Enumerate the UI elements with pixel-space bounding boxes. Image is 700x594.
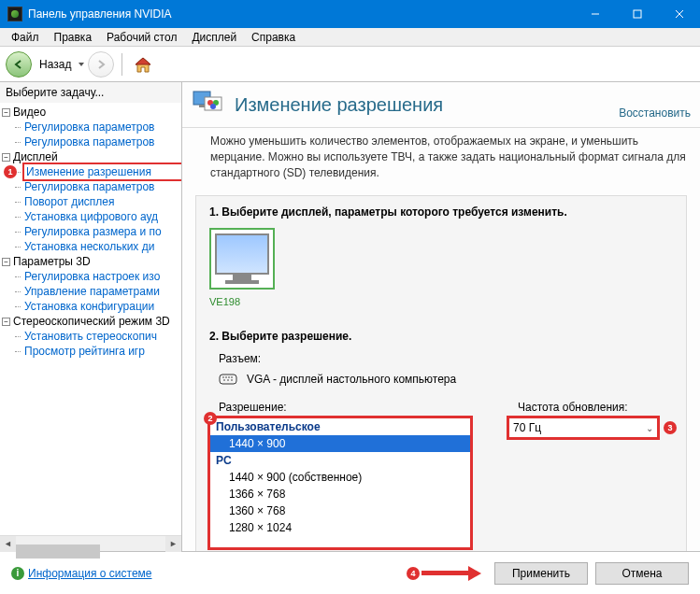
svg-point-14	[231, 377, 233, 379]
connector-label: Разъем:	[219, 352, 673, 365]
vga-icon	[219, 374, 237, 385]
tree-category[interactable]: −Параметры 3D	[2, 254, 179, 269]
tree-item[interactable]: Установка конфигурации	[2, 299, 179, 314]
listbox-item[interactable]: 1360 × 768	[210, 502, 470, 519]
page-description: Можно уменьшить количество элементов, от…	[182, 128, 700, 190]
home-button[interactable]	[130, 51, 156, 78]
forward-button[interactable]	[88, 51, 114, 78]
toolbar-separator	[121, 53, 122, 76]
tree-item[interactable]: 1Изменение разрешения	[2, 164, 179, 179]
svg-rect-1	[634, 10, 641, 18]
sidebar-scrollbar[interactable]: ◄►	[0, 535, 181, 551]
tree-item[interactable]: Регулировка настроек изо	[2, 269, 179, 284]
listbox-item[interactable]: 1366 × 768	[210, 486, 470, 502]
refresh-dropdown[interactable]: 70 Гц ⌄	[508, 417, 658, 438]
svg-point-15	[223, 380, 225, 382]
svg-point-12	[225, 377, 227, 379]
page-title: Изменение разрешения	[235, 94, 619, 116]
svg-point-17	[231, 380, 233, 382]
svg-point-13	[228, 377, 230, 379]
step2-title: 2. Выберите разрешение.	[209, 330, 673, 343]
window-title: Панель управления NVIDIA	[28, 7, 574, 21]
display-name: VE198	[209, 296, 673, 307]
task-tree[interactable]: −ВидеоРегулировка параметровРегулировка …	[0, 103, 181, 535]
svg-point-16	[227, 380, 229, 382]
step1-title: 1. Выберите дисплей, параметры которого …	[209, 205, 673, 219]
back-button[interactable]	[6, 51, 32, 78]
tree-item[interactable]: Регулировка параметров	[2, 134, 179, 149]
menu-display[interactable]: Дисплей	[184, 29, 244, 46]
listbox-group: PC	[210, 452, 470, 469]
listbox-item[interactable]: 1440 × 900 (собственное)	[210, 469, 470, 486]
back-label: Назад	[39, 58, 71, 71]
menu-file[interactable]: Файл	[4, 29, 47, 46]
refresh-value: 70 Гц	[513, 421, 541, 434]
tree-item[interactable]: Установка нескольких ди	[2, 239, 179, 254]
system-info-link[interactable]: i Информация о системе	[11, 567, 151, 580]
minimize-button[interactable]	[574, 0, 616, 28]
resolution-label: Разрешение:	[219, 401, 471, 414]
page-icon	[192, 88, 225, 121]
maximize-button[interactable]	[616, 0, 658, 28]
cancel-button[interactable]: Отмена	[595, 562, 689, 585]
restore-link[interactable]: Восстановить	[619, 106, 691, 121]
svg-rect-10	[220, 375, 236, 384]
nav-toolbar: Назад	[0, 47, 700, 82]
callout-3: 3	[664, 421, 677, 434]
tree-category[interactable]: −Стереоскопический режим 3D	[2, 314, 179, 329]
app-icon	[7, 7, 22, 21]
tree-item[interactable]: Регулировка параметров	[2, 179, 179, 194]
tree-category[interactable]: −Дисплей	[2, 149, 179, 164]
resolution-listbox[interactable]: Пользовательское1440 × 900PC1440 × 900 (…	[209, 417, 471, 548]
menu-desktop[interactable]: Рабочий стол	[99, 29, 184, 46]
tree-item[interactable]: Регулировка размера и по	[2, 224, 179, 239]
tree-category[interactable]: −Видео	[2, 105, 179, 120]
tree-item[interactable]: Установка цифрового ауд	[2, 209, 179, 224]
listbox-group: Пользовательское	[210, 418, 470, 435]
tree-item[interactable]: Управление параметрами	[2, 284, 179, 299]
tree-item[interactable]: Установить стереоскопич	[2, 329, 179, 344]
menu-help[interactable]: Справка	[244, 29, 303, 46]
menu-bar: Файл Правка Рабочий стол Дисплей Справка	[0, 28, 700, 47]
task-sidebar: Выберите задачу... −ВидеоРегулировка пар…	[0, 82, 182, 551]
chevron-down-icon: ⌄	[646, 423, 653, 433]
tree-item[interactable]: Регулировка параметров	[2, 120, 179, 134]
listbox-item[interactable]: 1280 × 1024	[210, 519, 470, 536]
refresh-label: Частота обновления:	[518, 401, 677, 414]
info-icon: i	[11, 567, 24, 580]
content-pane: Изменение разрешения Восстановить Можно …	[182, 82, 700, 551]
svg-point-11	[222, 377, 224, 379]
display-thumbnail[interactable]	[209, 228, 275, 290]
sidebar-title: Выберите задачу...	[0, 82, 181, 103]
window-titlebar: Панель управления NVIDIA	[0, 0, 700, 28]
tree-item[interactable]: Поворот дисплея	[2, 194, 179, 209]
apply-button[interactable]: Применить	[494, 562, 588, 585]
footer: i Информация о системе 4 Применить Отмен…	[0, 551, 700, 594]
svg-point-9	[210, 104, 216, 109]
tree-item[interactable]: Просмотр рейтинга игр	[2, 344, 179, 359]
back-history-dropdown[interactable]	[79, 63, 84, 66]
svg-rect-5	[199, 105, 205, 107]
listbox-item[interactable]: 1440 × 900	[210, 435, 470, 452]
callout-4: 4	[407, 567, 420, 580]
menu-edit[interactable]: Правка	[47, 29, 100, 46]
close-button[interactable]	[658, 0, 700, 28]
connector-value: VGA - дисплей настольного компьютера	[247, 373, 456, 386]
annotation-arrow	[421, 566, 481, 581]
